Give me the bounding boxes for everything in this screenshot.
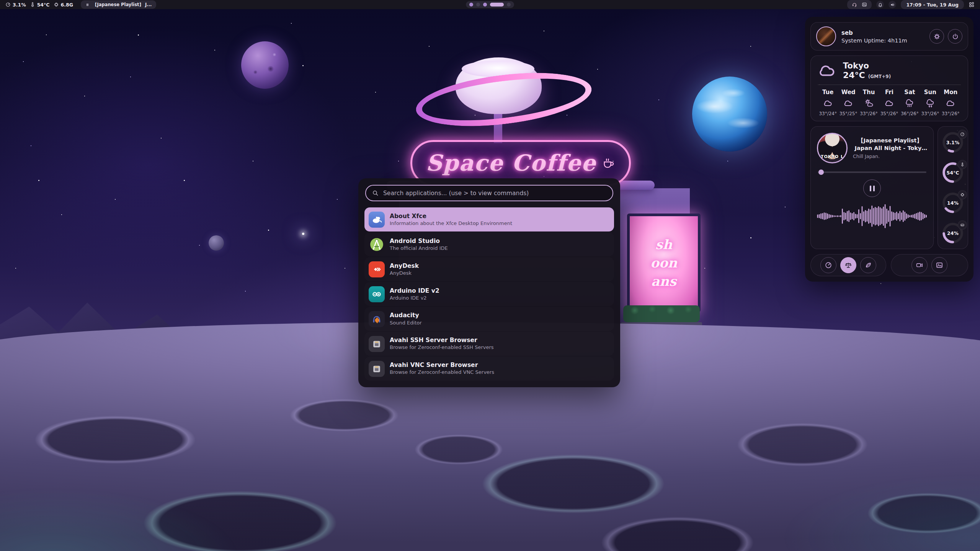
hedge-planter: [623, 305, 700, 322]
app-title: Android Studio: [390, 238, 448, 245]
workspace-dot-3[interactable]: [483, 3, 487, 7]
cpu-usage-value: 3.1%: [13, 2, 26, 8]
seek-track: [818, 171, 926, 173]
list-item-avahi-vnc[interactable]: Avahi VNC Server Browser Browse for Zero…: [364, 357, 614, 381]
cloud-icon: [838, 98, 858, 108]
list-item-android-studio[interactable]: Android Studio The official Android IDE: [364, 232, 614, 256]
leaf-icon: [864, 261, 872, 269]
search-icon: [372, 190, 379, 196]
list-item-anydesk[interactable]: AnyDesk AnyDesk: [364, 257, 614, 281]
app-description: Information about the Xfce Desktop Envir…: [390, 221, 512, 226]
memory-stat: 6.8G: [54, 2, 73, 8]
powersave-mode-button[interactable]: [860, 257, 876, 273]
weather-temperature: 24°C: [843, 70, 865, 80]
forecast-temps: 33°/26°: [859, 111, 879, 116]
arduino-icon: [369, 286, 385, 302]
clock-label: 17:09 - Tue, 19 Aug: [906, 2, 959, 8]
seek-bar[interactable]: [818, 170, 926, 175]
forecast-temps: 33°/26°: [941, 111, 961, 116]
notifications-button[interactable]: [876, 1, 884, 8]
forecast-row: Tue Wed Thu Fri Sat Sun Mon 33°/24° 35°/…: [818, 89, 961, 116]
headset-tray-icon[interactable]: [852, 2, 857, 7]
app-description: Sound Editor: [390, 320, 422, 326]
cpu-temp-stat: 54°C: [30, 2, 50, 8]
top-bar-right: 17:09 - Tue, 19 Aug: [847, 0, 975, 9]
pause-button[interactable]: [863, 179, 881, 197]
xfce-mouse-icon: [369, 212, 385, 228]
weather-timezone: (GMT+9): [868, 74, 891, 80]
chip-icon: [54, 2, 59, 7]
small-moon: [209, 235, 224, 251]
forecast-temps: 33°/26°: [920, 111, 940, 116]
screen-record-button[interactable]: [911, 257, 928, 273]
user-name: seb: [841, 29, 907, 36]
audacity-icon: [369, 311, 385, 327]
workspace-indicator[interactable]: [466, 1, 514, 8]
workspace-dot-4-active[interactable]: [490, 3, 504, 7]
system-stats: 3.1% 54°C 6.8G 【Japanese Playlist】 J...: [5, 0, 156, 9]
settings-button[interactable]: [929, 29, 944, 44]
system-gauges-card: 3.1% 54°C 14% 24%: [938, 126, 968, 249]
storm-icon: [920, 98, 940, 108]
speaker-icon: [890, 2, 895, 7]
system-uptime: System Uptime: 4h11m: [841, 37, 907, 44]
speedometer-icon: [5, 2, 11, 7]
workspace-dot-2[interactable]: [476, 3, 480, 7]
app-description: Arduino IDE v2: [390, 295, 439, 301]
now-playing-pill[interactable]: 【Japanese Playlist】 J...: [81, 0, 157, 9]
chip-icon: [958, 190, 967, 199]
window-neon-text: sh: [655, 237, 672, 252]
apps-grid-icon[interactable]: [969, 2, 975, 8]
forecast-temps: 36°/26°: [900, 111, 920, 116]
list-item-about-xfce[interactable]: About Xfce Information about the Xfce De…: [364, 207, 614, 231]
workspace-dot-1[interactable]: [469, 3, 473, 7]
waveform: [817, 200, 927, 232]
clock[interactable]: 17:09 - Tue, 19 Aug: [901, 0, 964, 9]
forecast-day: Sun: [920, 89, 940, 96]
now-playing-label: 【Japanese Playlist】 J...: [93, 2, 152, 8]
bright-star: [302, 233, 304, 235]
track-artist: Chill Japan.: [853, 153, 927, 159]
seek-knob[interactable]: [818, 170, 824, 175]
app-results-list: About Xfce Information about the Xfce De…: [364, 207, 614, 381]
screenshot-button[interactable]: [931, 257, 947, 273]
performance-mode-button[interactable]: [820, 257, 836, 273]
scales-icon: [844, 261, 852, 269]
speedometer-icon: [958, 130, 967, 139]
app-title: AnyDesk: [390, 263, 419, 269]
speedometer-icon: [825, 261, 832, 269]
app-title: About Xfce: [390, 213, 512, 220]
image-tray-icon[interactable]: [862, 2, 867, 7]
weather-city: Tokyo: [843, 61, 891, 70]
forecast-temps: 33°/24°: [818, 111, 838, 116]
drive-icon: [958, 220, 967, 230]
widgets-panel: seb System Uptime: 4h11m Tokyo 24°C (GMT…: [805, 17, 973, 282]
list-item-avahi-ssh[interactable]: Avahi SSH Server Browser Browse for Zero…: [364, 332, 614, 356]
memory-gauge: 14%: [942, 192, 964, 214]
list-item-arduino[interactable]: Arduino IDE v2 Arduino IDE v2: [364, 282, 614, 306]
workspace-dot-5[interactable]: [507, 3, 511, 7]
memory-value: 6.8G: [61, 2, 73, 8]
forecast-day: Sat: [900, 89, 920, 96]
network-port-icon: [369, 336, 385, 352]
saturn-ring: [413, 64, 595, 134]
balanced-mode-button[interactable]: [840, 257, 856, 273]
neon-cup-icon: [602, 156, 615, 170]
search-box[interactable]: [365, 185, 613, 201]
list-item-audacity[interactable]: Audacity Sound Editor: [364, 307, 614, 331]
cloud-icon: [818, 61, 837, 80]
gear-icon: [933, 33, 941, 40]
app-title: Arduino IDE v2: [390, 288, 439, 294]
forecast-day: Thu: [859, 89, 879, 96]
search-input[interactable]: [382, 189, 606, 197]
cloud-icon: [879, 98, 899, 108]
volume-button[interactable]: [889, 1, 896, 8]
coffee-shop-window: sh oon ans: [627, 214, 701, 312]
neon-sign-text: Space Coffee: [426, 150, 596, 176]
app-title: Avahi SSH Server Browser: [390, 337, 494, 344]
power-button[interactable]: [948, 29, 962, 44]
forecast-temps: 35°/26°: [879, 111, 899, 116]
network-port-icon: [369, 361, 385, 377]
quick-toggles-right: [891, 254, 968, 276]
system-tray[interactable]: [847, 0, 872, 9]
